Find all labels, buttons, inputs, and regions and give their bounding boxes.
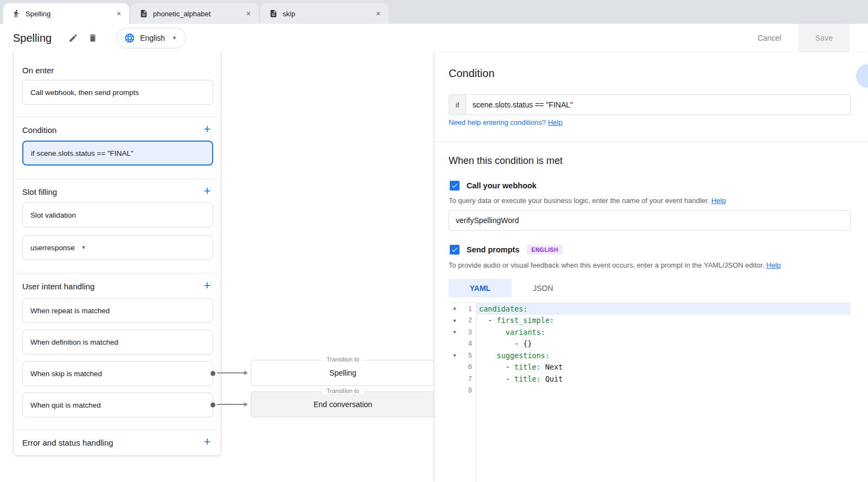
- condition-detail-panel: Condition if Need help entering conditio…: [434, 52, 868, 482]
- pencil-icon: [68, 33, 78, 43]
- language-label: English: [140, 34, 165, 42]
- webhook-handler-input[interactable]: [449, 210, 851, 231]
- on-enter-item[interactable]: Call webhook, then send prompts: [22, 80, 213, 105]
- condition-input[interactable]: [466, 94, 851, 115]
- help-link[interactable]: Help: [767, 261, 781, 269]
- transition-arrow: [217, 371, 248, 375]
- item-label: When definition is matched: [30, 338, 118, 346]
- close-icon[interactable]: ✕: [114, 9, 124, 18]
- code-line[interactable]: ▾5 suggestions:: [449, 350, 851, 362]
- code-text: candidates:: [476, 303, 851, 315]
- tab-label: phonetic_alphabet: [153, 10, 244, 18]
- line-number: 7: [461, 375, 476, 383]
- tab-label: skip: [283, 10, 373, 18]
- trash-icon: [88, 33, 98, 43]
- code-text: - first_simple:: [476, 315, 851, 327]
- add-condition-button[interactable]: +: [201, 123, 213, 135]
- close-icon[interactable]: ✕: [244, 9, 253, 18]
- fold-arrow-icon[interactable]: ▾: [449, 329, 461, 335]
- code-text: - title: Next: [476, 362, 851, 373]
- code-line[interactable]: 7 - title: Quit: [449, 373, 851, 385]
- line-number: 1: [461, 305, 476, 313]
- tab-phonetic-alphabet[interactable]: phonetic_alphabet ✕: [131, 3, 259, 24]
- language-selector[interactable]: English ▼: [117, 28, 186, 48]
- fold-arrow-icon[interactable]: ▾: [449, 352, 461, 358]
- code-line[interactable]: 8: [449, 385, 851, 397]
- code-line[interactable]: ▾2 - first_simple:: [449, 315, 851, 327]
- document-icon: [269, 9, 278, 18]
- intent-handling-label: User intent handling: [22, 282, 94, 291]
- panel-title: Condition: [449, 67, 495, 80]
- help-link[interactable]: Help: [711, 196, 726, 205]
- item-label: userresponse: [30, 244, 75, 252]
- delete-scene-button[interactable]: [83, 28, 103, 48]
- transition-target: Spelling: [329, 369, 356, 377]
- call-webhook-checkbox[interactable]: [450, 181, 459, 191]
- tab-skip[interactable]: skip ✕: [260, 3, 388, 24]
- tab-json[interactable]: JSON: [512, 279, 575, 297]
- code-text: suggestions:: [476, 350, 851, 362]
- code-text: - title: Quit: [476, 373, 851, 385]
- check-icon: [451, 182, 458, 189]
- connector-port[interactable]: [210, 371, 215, 376]
- scene-icon: [12, 9, 21, 18]
- fold-arrow-icon[interactable]: ▾: [449, 318, 461, 324]
- transition-node-end-conversation[interactable]: Transition to End conversation: [251, 391, 434, 417]
- transition-target: End conversation: [314, 400, 372, 409]
- when-condition-met-title: When this condition is met: [449, 155, 563, 167]
- help-fab-button[interactable]: [856, 64, 868, 88]
- userresponse-item[interactable]: userresponse ▼: [22, 235, 213, 260]
- connector-port[interactable]: [210, 403, 215, 408]
- save-button[interactable]: Save: [799, 24, 850, 52]
- transition-caption: Transition to: [322, 388, 363, 394]
- globe-icon: [124, 33, 135, 43]
- code-text: variants:: [476, 326, 851, 338]
- tab-label: Spelling: [25, 10, 114, 18]
- cancel-button[interactable]: Cancel: [757, 34, 781, 42]
- line-number: 2: [461, 316, 476, 324]
- item-label: When quit is matched: [30, 401, 101, 409]
- code-line[interactable]: ▾1candidates:: [449, 303, 851, 315]
- item-label: Call webhook, then send prompts: [30, 88, 139, 97]
- slot-filling-label: Slot filling: [22, 187, 57, 196]
- help-link[interactable]: Help: [548, 118, 563, 126]
- help-prompt[interactable]: Need help entering conditions?: [449, 118, 546, 126]
- line-number: 6: [461, 363, 476, 371]
- chevron-down-icon: ▼: [172, 35, 177, 41]
- intent-item-quit[interactable]: When quit is matched: [22, 392, 213, 417]
- line-number: 3: [461, 328, 476, 336]
- edit-scene-button[interactable]: [63, 28, 83, 48]
- divider: [435, 142, 868, 142]
- editor-tab-bar: Spelling ✕ phonetic_alphabet ✕ skip ✕: [0, 0, 868, 24]
- code-text: - {}: [476, 338, 851, 350]
- line-number: 8: [461, 386, 476, 394]
- divider: [14, 179, 221, 179]
- add-slot-button[interactable]: +: [201, 185, 213, 197]
- if-chip: if: [449, 94, 466, 115]
- slot-validation-item[interactable]: Slot validation: [22, 202, 213, 227]
- intent-item-definition[interactable]: When definition is matched: [22, 329, 213, 354]
- yaml-editor[interactable]: ▾1candidates:▾2 - first_simple:▾3 varian…: [449, 302, 851, 482]
- item-label: When skip is matched: [30, 370, 102, 378]
- divider: [14, 429, 221, 430]
- code-line[interactable]: 6 - title: Next: [449, 362, 851, 373]
- condition-section-label: Condition: [22, 125, 56, 135]
- intent-item-repeat[interactable]: When repeat is matched: [22, 298, 213, 323]
- webhook-description: To query data or execute your business l…: [449, 196, 726, 205]
- add-error-handler-button[interactable]: +: [201, 436, 213, 448]
- code-line[interactable]: ▾3 variants:: [449, 326, 851, 338]
- condition-item[interactable]: if scene.slots.status == "FINAL": [22, 141, 213, 166]
- send-prompts-checkbox[interactable]: [450, 245, 459, 255]
- language-badge: ENGLISH: [527, 245, 562, 255]
- close-icon[interactable]: ✕: [373, 9, 383, 18]
- code-line[interactable]: 4 - {}: [449, 338, 851, 350]
- tab-spelling[interactable]: Spelling ✕: [3, 3, 129, 24]
- scene-card: On enter Call webhook, then send prompts…: [13, 52, 221, 456]
- transition-arrow: [217, 402, 248, 407]
- line-number: 5: [461, 352, 476, 359]
- intent-item-skip[interactable]: When skip is matched: [22, 361, 213, 386]
- fold-arrow-icon[interactable]: ▾: [449, 306, 461, 312]
- add-intent-button[interactable]: +: [201, 280, 213, 291]
- transition-node-spelling[interactable]: Transition to Spelling: [251, 360, 434, 386]
- tab-yaml[interactable]: YAML: [449, 279, 512, 297]
